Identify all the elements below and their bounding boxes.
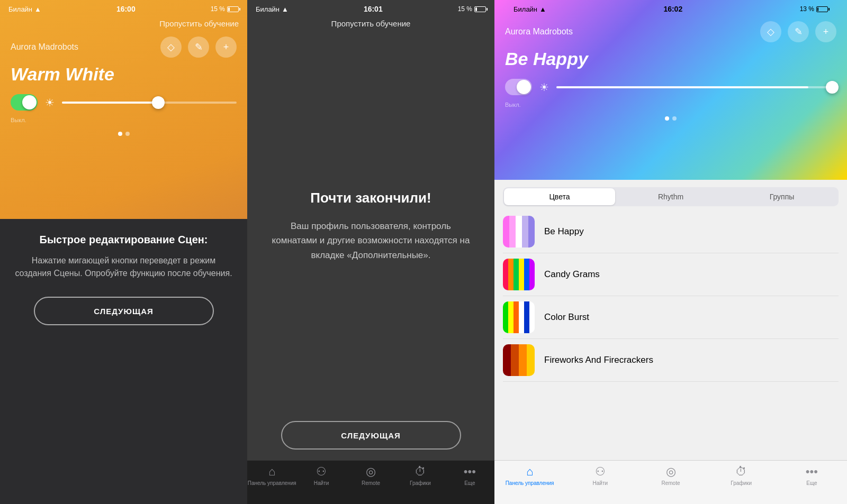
- content-title-1: Быстрое редактирование Сцен:: [40, 234, 208, 246]
- tab-more-2[interactable]: ••• Еще: [445, 465, 494, 486]
- tab-colors[interactable]: Цвета: [504, 188, 615, 205]
- status-bar-right-2: 15 %: [458, 5, 486, 13]
- home-icon-2: ⌂: [268, 465, 275, 479]
- status-bar-3: Билайн ▲ 16:02 13 %: [505, 0, 836, 16]
- svg-rect-1: [509, 216, 516, 248]
- s3-dot-inactive: [672, 116, 677, 121]
- svg-rect-5: [503, 259, 508, 290]
- s3-dots: [505, 116, 836, 121]
- skip-header-2: Пропустить обучение: [247, 16, 494, 31]
- s3-plus-icon[interactable]: +: [815, 21, 836, 42]
- s2-text: Ваш профиль пользователя, контроль комна…: [268, 219, 473, 262]
- swatch-color-burst: [503, 301, 535, 333]
- status-bar-left-1: Билайн ▲: [8, 5, 41, 13]
- svg-rect-10: [529, 259, 535, 290]
- screen3: Билайн ▲ 16:02 13 % Aurora Madrobots ◇ ✎…: [494, 0, 847, 504]
- svg-rect-2: [516, 216, 522, 248]
- svg-rect-19: [519, 344, 527, 376]
- tab-charts-3[interactable]: ⏱ Графики: [706, 465, 777, 486]
- item-name-color-burst: Color Burst: [544, 312, 589, 323]
- svg-rect-3: [522, 216, 528, 248]
- swatch-be-happy: [503, 216, 535, 248]
- s3-diamond-icon[interactable]: ◇: [760, 21, 781, 42]
- tab-remote-3[interactable]: ◎ Remote: [635, 465, 706, 486]
- tab-bar-2: ⌂ Панель управления ⚇ Найти ◎ Remote ⏱ Г…: [247, 460, 494, 504]
- brightness-icon-1: ☀: [45, 96, 55, 109]
- s3-power-toggle[interactable]: [505, 79, 532, 95]
- battery-pct-2: 15 %: [458, 5, 472, 13]
- skip-button-2[interactable]: Пропустить обучение: [331, 19, 411, 28]
- svg-rect-16: [529, 301, 535, 333]
- svg-rect-6: [508, 259, 513, 290]
- svg-rect-0: [503, 216, 509, 248]
- tab-home-3[interactable]: ⌂ Панель управления: [494, 465, 565, 486]
- dot-1-active: [118, 132, 122, 136]
- tab-find-label-2: Найти: [314, 480, 329, 486]
- screen2: Билайн ▲ 16:01 15 % Пропустить обучение …: [247, 0, 494, 504]
- vol-label-1: Выкл.: [11, 117, 237, 123]
- list-item-color-burst[interactable]: Color Burst: [503, 296, 839, 339]
- tab-home-label-2: Панель управления: [248, 480, 296, 486]
- tab-charts-2[interactable]: ⏱ Графики: [395, 465, 445, 486]
- status-bar-2: Билайн ▲ 16:01 15 %: [247, 0, 494, 16]
- svg-rect-9: [524, 259, 529, 290]
- dots-1: [11, 132, 237, 136]
- brightness-knob-1: [152, 96, 165, 109]
- s3-toggle-knob: [517, 80, 531, 94]
- tab-bar-3: ⌂ Панель управления ⚇ Найти ◎ Remote ⏱ Г…: [494, 460, 847, 504]
- list-item-fireworks[interactable]: Fireworks And Firecrackers: [503, 339, 839, 382]
- svg-rect-18: [511, 344, 519, 376]
- screen1: Билайн ▲ 16:00 15 % Пропустить обучение …: [0, 0, 247, 504]
- next-button-2[interactable]: СЛЕДУЮЩАЯ: [281, 421, 461, 450]
- remote-icon-2: ◎: [366, 465, 376, 479]
- tab-home-2[interactable]: ⌂ Панель управления: [247, 465, 296, 486]
- svg-rect-17: [503, 344, 511, 376]
- carrier-3: Билайн: [513, 5, 537, 13]
- tab-more-label-3: Еще: [806, 480, 817, 486]
- s3-brightness-slider[interactable]: [556, 86, 836, 88]
- s3-scene-title: Be Happy: [505, 49, 836, 69]
- tab-find-3[interactable]: ⚇ Найти: [565, 465, 635, 486]
- battery-pct-3: 13 %: [800, 5, 814, 13]
- content-text-1: Нажатие мигающей кнопки переведет в режи…: [13, 254, 235, 280]
- tab-more-label-2: Еще: [464, 480, 475, 486]
- s3-brightness-icon: ☀: [539, 81, 549, 94]
- pencil-icon-1[interactable]: ✎: [188, 36, 209, 58]
- s3-brightness-knob: [826, 81, 839, 94]
- charts-icon-2: ⏱: [415, 465, 426, 479]
- tab-rhythm[interactable]: Rhythm: [615, 188, 726, 205]
- battery-icon-3: [816, 6, 828, 12]
- status-bar-left-3: Билайн ▲: [513, 5, 546, 13]
- list-item-be-happy[interactable]: Be Happy: [503, 210, 839, 253]
- tab-find-2[interactable]: ⚇ Найти: [296, 465, 346, 486]
- tab-home-label-3: Панель управления: [506, 480, 554, 486]
- status-bar-right-1: 15 %: [211, 5, 239, 13]
- s2-content: Почти закончили! Ваш профиль пользовател…: [247, 31, 494, 400]
- brightness-slider-1[interactable]: [62, 102, 237, 104]
- list-item-candy-grams[interactable]: Candy Grams: [503, 253, 839, 296]
- dot-1-inactive: [125, 132, 130, 136]
- tab-more-3[interactable]: ••• Еще: [777, 465, 847, 486]
- find-icon-3: ⚇: [595, 465, 606, 479]
- battery-pct-1: 15 %: [211, 5, 225, 13]
- battery-icon-2: [474, 6, 486, 12]
- skip-button-1[interactable]: Пропустить обучение: [159, 19, 239, 28]
- s2-button-area: СЛЕДУЮЩАЯ: [247, 400, 494, 460]
- toggle-row-1: ☀: [11, 94, 237, 111]
- svg-rect-15: [524, 301, 529, 333]
- time-1: 16:00: [116, 5, 136, 13]
- diamond-icon-1[interactable]: ◇: [160, 36, 182, 58]
- s3-pencil-icon[interactable]: ✎: [788, 21, 809, 42]
- tab-remote-2[interactable]: ◎ Remote: [346, 465, 395, 486]
- wifi-icon-1: ▲: [34, 5, 41, 13]
- power-toggle-1[interactable]: [11, 94, 38, 111]
- carrier-1: Билайн: [8, 5, 32, 13]
- s3-top-card: Билайн ▲ 16:02 13 % Aurora Madrobots ◇ ✎…: [494, 0, 847, 180]
- plus-icon-1[interactable]: +: [215, 36, 237, 58]
- status-bar-1: Билайн ▲ 16:00 15 %: [0, 0, 247, 16]
- tab-groups[interactable]: Группы: [726, 188, 837, 205]
- s3-app-name: Aurora Madrobots: [505, 27, 573, 36]
- wifi-icon-2: ▲: [282, 5, 289, 13]
- svg-rect-8: [519, 259, 524, 290]
- next-button-1[interactable]: СЛЕДУЮЩАЯ: [34, 297, 214, 325]
